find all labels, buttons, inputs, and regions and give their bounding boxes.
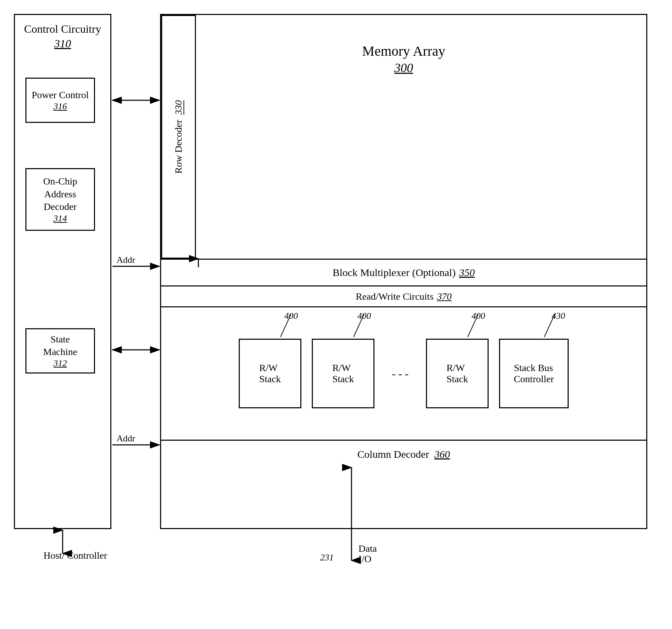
state-machine-box: StateMachine 312 — [25, 328, 95, 374]
svg-text:231: 231 — [320, 552, 334, 563]
rw-stack-box-3: R/WStack — [426, 339, 489, 408]
rw-stack-label-3: R/WStack — [446, 362, 468, 385]
address-decoder-label: On-ChipAddressDecoder — [43, 175, 77, 213]
svg-text:I/O: I/O — [358, 553, 371, 564]
control-circuitry-ref: 310 — [54, 37, 71, 50]
row-decoder-label: Row Decoder 330 — [173, 100, 184, 174]
rw-circuits-ref: 370 — [437, 291, 452, 302]
block-mux-ref: 350 — [459, 267, 475, 278]
stack-bus-controller-box: Stack BusController — [499, 339, 569, 408]
address-decoder-ref: 314 — [54, 213, 67, 224]
rw-circuits-label: Read/Write Circuits — [356, 291, 434, 302]
block-mux-row: Block Multiplexer (Optional) 350 — [161, 259, 646, 286]
svg-line-3 — [544, 314, 555, 337]
stack-bus-controller-label: Stack BusController — [514, 362, 554, 385]
memory-array-label: Memory Array 300 — [161, 43, 646, 76]
control-circuitry-title: Control Circuitry 310 — [15, 22, 110, 51]
svg-text:Addr: Addr — [117, 255, 135, 265]
rw-stack-box-2: R/WStack — [312, 339, 374, 408]
state-machine-ref: 312 — [54, 358, 67, 369]
memory-array-ref: 300 — [394, 61, 413, 75]
callout-line-1 — [270, 313, 298, 339]
rw-stack-label-2: R/WStack — [332, 362, 354, 385]
callout-line-3 — [457, 313, 485, 339]
memory-array-text: Memory Array — [362, 43, 445, 59]
host-controller-label: Host/ Controller — [44, 550, 107, 561]
svg-text:Data: Data — [358, 543, 377, 554]
dots-separator: - - - — [392, 367, 409, 380]
svg-line-1 — [354, 314, 364, 337]
col-decoder-row: Column Decoder 360 — [161, 440, 646, 467]
rw-stack-box-1: R/WStack — [239, 339, 301, 408]
host-label-text: Host/ Controller — [44, 550, 107, 561]
power-control-box: Power Control 316 — [25, 78, 95, 123]
callout-line-4 — [534, 313, 562, 339]
state-machine-label: StateMachine — [43, 333, 77, 359]
rw-stack-label-1: R/WStack — [259, 362, 281, 385]
rw-circuits-row: Read/Write Circuits 370 — [161, 286, 646, 307]
row-decoder-text: Row Decoder — [173, 120, 184, 174]
callout-line-2 — [343, 313, 371, 339]
svg-text:Addr: Addr — [117, 433, 135, 443]
rw-stacks-area: 400 R/WStack 400 R/WStack — [161, 307, 646, 440]
power-control-label: Power Control — [32, 89, 89, 101]
svg-line-0 — [280, 314, 291, 337]
memory-outer-box: Row Decoder 330 Memory Array 300 Block M… — [160, 14, 647, 529]
block-mux-label: Block Multiplexer (Optional) — [333, 267, 456, 278]
power-control-ref: 316 — [54, 101, 67, 112]
row-decoder-ref: 330 — [173, 100, 184, 115]
svg-line-2 — [468, 314, 478, 337]
col-decoder-label: Column Decoder — [357, 448, 429, 460]
col-decoder-ref: 360 — [434, 448, 450, 460]
diagram-container: Control Circuitry 310 Power Control 316 … — [14, 14, 658, 613]
address-decoder-box: On-ChipAddressDecoder 314 — [25, 168, 95, 231]
control-circuitry-box: Control Circuitry 310 Power Control 316 … — [14, 14, 111, 529]
control-circuitry-label: Control Circuitry — [24, 23, 101, 35]
